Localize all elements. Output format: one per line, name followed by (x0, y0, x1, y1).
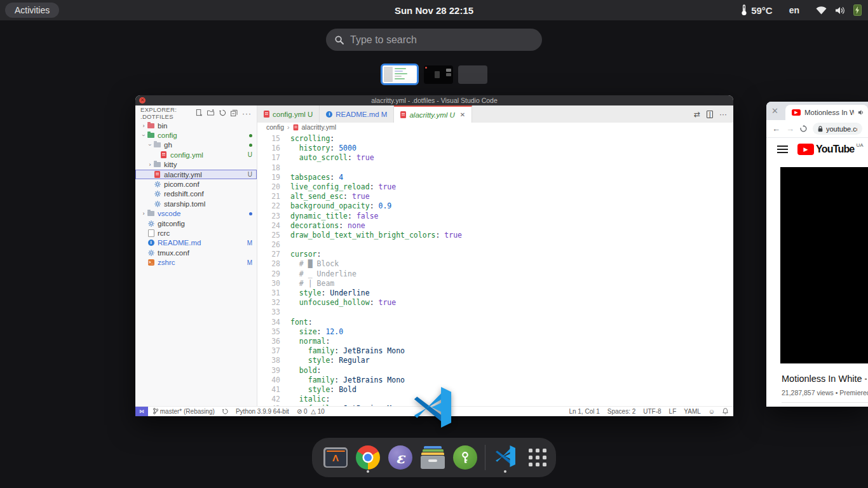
bell-icon[interactable] (722, 408, 728, 415)
code-line-22[interactable]: 22background_opacity: 0.9 (257, 201, 733, 211)
new-folder-icon[interactable] (207, 107, 215, 119)
volume-icon[interactable] (835, 6, 845, 15)
feedback-icon[interactable]: ☺ (709, 408, 715, 415)
code-line-31[interactable]: 31 style: Underline (257, 288, 733, 298)
code-line-40[interactable]: 40 family: JetBrains Mono (257, 376, 733, 385)
code-line-19[interactable]: 19tabspaces: 4 (257, 173, 733, 182)
reload-icon[interactable] (800, 125, 807, 132)
dock-item-vscode[interactable] (492, 442, 518, 473)
tree-item-starship.toml[interactable]: starship.toml (135, 199, 257, 208)
vscode-window[interactable]: ✕ alacritty.yml - .dotfiles - Visual Stu… (135, 95, 733, 416)
problems-indicator[interactable]: ⊘ 0 △ 10 (297, 408, 325, 415)
code-line-17[interactable]: 17 auto_scroll: true (257, 153, 733, 163)
status-utf-8[interactable]: UTF-8 (643, 408, 661, 415)
tree-item-redshift.conf[interactable]: redshift.conf (135, 189, 257, 199)
dock-item-keepassxc[interactable] (452, 442, 478, 473)
collapse-folders-icon[interactable] (231, 107, 238, 119)
code-line-28[interactable]: 28 # █ Block (257, 259, 733, 269)
workspace-thumbnail-youtube[interactable] (424, 65, 453, 84)
tree-item-zshrc[interactable]: >_zshrcM (135, 257, 257, 267)
more-icon[interactable]: ··· (242, 107, 252, 119)
code-line-38[interactable]: 38 style: Regular (257, 356, 733, 365)
open-changes-icon[interactable]: ⇄ (694, 110, 700, 119)
breadcrumb[interactable]: config › alacritty.yml (257, 123, 733, 132)
wifi-icon[interactable] (816, 6, 827, 15)
video-player[interactable] (780, 167, 868, 363)
clock[interactable]: Sun Nov 28 22:15 (0, 5, 868, 16)
code-line-30[interactable]: 30 # | Beam (257, 279, 733, 288)
close-tab-icon[interactable]: ✕ (460, 111, 465, 118)
status-spaces[interactable]: Spaces: 2 (607, 408, 635, 415)
status-ln[interactable]: Ln 1, Col 1 (569, 408, 599, 415)
back-button[interactable]: ← (772, 125, 780, 133)
code-line-34[interactable]: 34font: (257, 318, 733, 327)
code-line-42[interactable]: 42 italic: (257, 395, 733, 404)
git-branch[interactable]: master* (Rebasing) (153, 408, 215, 415)
chrome-close-icon[interactable]: ✕ (771, 106, 778, 116)
code-line-32[interactable]: 32 unfocused_hollow: true (257, 298, 733, 308)
system-tray[interactable]: 59°C en (741, 0, 862, 20)
dock-item-alacritty[interactable]: Λ (323, 442, 348, 473)
code-editor[interactable]: 15scrolling:16 history: 500017 auto_scro… (257, 132, 733, 407)
split-editor-icon[interactable]: | (707, 111, 713, 118)
breadcrumb-file[interactable]: alacritty.yml (302, 123, 337, 131)
python-interpreter[interactable]: Python 3.9.9 64-bit (236, 408, 289, 415)
tree-item-kitty[interactable]: ›kitty (135, 160, 257, 170)
keyboard-layout[interactable]: en (789, 5, 799, 15)
sync-button[interactable] (222, 408, 228, 415)
code-line-36[interactable]: 36 normal: (257, 337, 733, 346)
code-line-20[interactable]: 20live_config_reload: true (257, 182, 733, 192)
code-line-15[interactable]: 15scrolling: (257, 134, 733, 144)
code-line-39[interactable]: 39 bold: (257, 366, 733, 376)
dock-item-files[interactable] (420, 442, 445, 473)
forward-button[interactable]: → (786, 125, 794, 133)
tab-config.yml[interactable]: config.yml U (257, 105, 320, 123)
status-yaml[interactable]: YAML (684, 408, 701, 415)
tree-item-gh[interactable]: ›gh (135, 140, 257, 150)
code-line-29[interactable]: 29 # _ Underline (257, 269, 733, 279)
code-line-16[interactable]: 16 history: 5000 (257, 144, 733, 153)
tree-item-alacritty.yml[interactable]: alacritty.ymlU (135, 170, 257, 179)
dock-item-chrome[interactable] (355, 442, 381, 473)
code-line-21[interactable]: 21alt_send_esc: true (257, 192, 733, 201)
status-lf[interactable]: LF (669, 408, 677, 415)
vscode-titlebar[interactable]: ✕ alacritty.yml - .dotfiles - Visual Stu… (135, 95, 733, 105)
code-line-37[interactable]: 37 family: JetBrains Mono (257, 346, 733, 356)
code-line-35[interactable]: 35 size: 12.0 (257, 327, 733, 337)
code-line-33[interactable]: 33 (257, 308, 733, 317)
remote-indicator[interactable]: ⋈ (135, 407, 148, 416)
search-input[interactable]: Type to search (326, 29, 542, 51)
breadcrumb-folder[interactable]: config (266, 123, 284, 131)
code-line-24[interactable]: 24decorations: none (257, 221, 733, 231)
code-line-41[interactable]: 41 style: Bold (257, 385, 733, 395)
tab-audio-icon[interactable] (858, 109, 864, 116)
refresh-icon[interactable] (219, 107, 226, 119)
menu-icon[interactable] (777, 146, 788, 153)
code-line-18[interactable]: 18 (257, 163, 733, 173)
workspace-thumbnail-vscode[interactable] (381, 64, 419, 85)
tree-item-rcrc[interactable]: rcrc (135, 228, 257, 238)
dock-item-emacs[interactable]: ε (388, 442, 413, 473)
code-line-26[interactable]: 26 (257, 240, 733, 250)
tree-item-picom.conf[interactable]: picom.conf (135, 179, 257, 189)
code-line-27[interactable]: 27cursor: (257, 250, 733, 259)
workspace-thumbnail-empty[interactable] (458, 65, 487, 84)
tab-README.md[interactable]: iREADME.md M (320, 105, 394, 123)
tree-item-vscode[interactable]: ›vscode (135, 209, 257, 219)
battery-charging-icon[interactable] (853, 4, 862, 16)
dock-item-app-grid[interactable] (525, 442, 550, 473)
tab-alacritty.yml[interactable]: alacritty.yml U✕ (394, 105, 472, 123)
tree-item-tmux.conf[interactable]: tmux.conf (135, 248, 257, 257)
close-button[interactable]: ✕ (139, 97, 146, 104)
new-file-icon[interactable] (196, 107, 203, 119)
address-bar[interactable]: youtube.com/wa (813, 123, 862, 135)
chrome-tab[interactable]: ▶ Motionless In White - A (785, 105, 868, 120)
tree-item-config.yml[interactable]: config.ymlU (135, 150, 257, 159)
code-line-23[interactable]: 23dynamic_title: false (257, 212, 733, 221)
more-actions-icon[interactable]: ··· (719, 110, 727, 119)
chrome-window[interactable]: ✕ ▶ Motionless In White - A ← → (766, 102, 868, 407)
tree-item-gitconfig[interactable]: gitconfig (135, 219, 257, 228)
youtube-logo[interactable]: ▶ YouTube UA (797, 144, 864, 155)
tree-item-README.md[interactable]: iREADME.mdM (135, 238, 257, 248)
code-line-25[interactable]: 25draw_bold_text_with_bright_colors: tru… (257, 231, 733, 240)
